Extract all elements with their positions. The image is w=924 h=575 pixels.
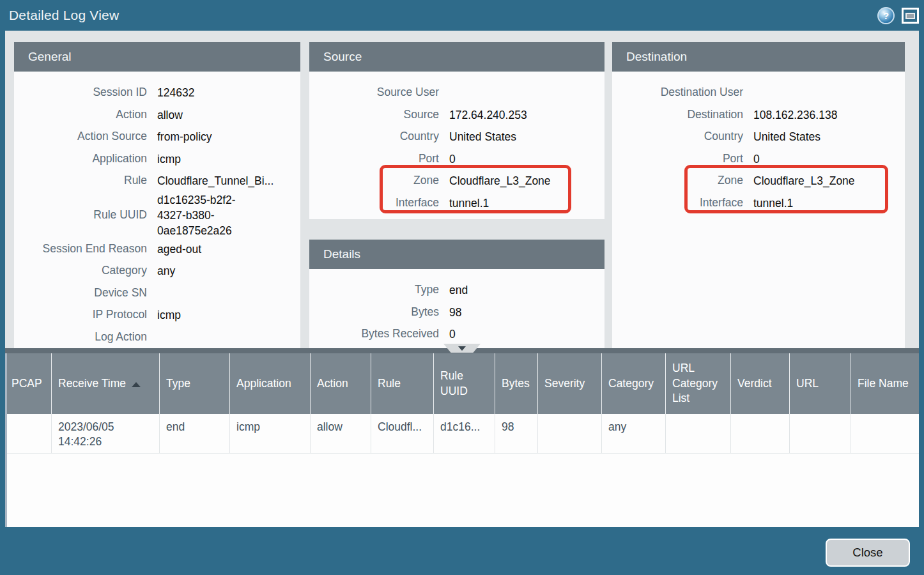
field-row-country: Country United States xyxy=(309,126,604,148)
source-panel-header: Source xyxy=(309,42,604,72)
cell-rule-uuid: d1c16... xyxy=(434,414,495,453)
column-header-file-name[interactable]: File Name xyxy=(851,353,919,414)
general-panel-header: General xyxy=(14,42,300,72)
field-label: Zone xyxy=(612,174,753,188)
field-row-ip-protocol: IP Protocol icmp xyxy=(14,304,300,326)
field-value: Cloudflare_L3_Zone xyxy=(753,173,905,188)
field-value: end xyxy=(449,282,604,298)
field-row-destination-user: Destination User xyxy=(612,82,905,104)
detailed-log-view-dialog: Detailed Log View ? General Session ID 1… xyxy=(0,0,924,575)
log-table: PCAP Receive Time Type Application Actio… xyxy=(5,353,919,454)
help-glyph: ? xyxy=(883,10,889,21)
field-label: Rule UUID xyxy=(14,208,157,222)
field-value: icmp xyxy=(157,151,300,167)
field-row-action-source: Action Source from-policy xyxy=(14,126,300,148)
field-label: Session End Reason xyxy=(14,242,157,256)
field-row-rule: Rule Cloudflare_Tunnel_Bi... xyxy=(14,170,300,192)
panel-details: Details Type end Bytes 98 Bytes Received xyxy=(309,240,604,348)
field-value: United States xyxy=(753,129,905,144)
cell-receive-time: 2023/06/05 14:42:26 xyxy=(52,414,160,453)
column-header-application[interactable]: Application xyxy=(230,353,311,414)
field-row-category: Category any xyxy=(14,260,300,282)
field-label: Interface xyxy=(309,196,449,210)
chevron-down-icon xyxy=(458,346,466,351)
field-label: Bytes Received xyxy=(309,327,449,341)
field-row-port: Port 0 xyxy=(309,148,604,171)
dialog-content: General Session ID 124632 Action allow A… xyxy=(5,31,919,527)
field-label: Interface xyxy=(612,196,753,210)
cell-file-name xyxy=(851,414,919,453)
field-value: 124632 xyxy=(157,85,300,100)
field-value: icmp xyxy=(157,307,300,323)
details-panel-header: Details xyxy=(309,240,604,269)
field-row-interface: Interface tunnel.1 xyxy=(309,192,604,215)
column-header-verdict[interactable]: Verdict xyxy=(731,353,790,414)
field-value: 98 xyxy=(449,305,604,320)
field-label: Zone xyxy=(309,174,449,188)
cell-bytes: 98 xyxy=(495,414,538,453)
field-value: aged-out xyxy=(157,241,300,257)
field-label: Session ID xyxy=(14,86,157,100)
column-header-bytes[interactable]: Bytes xyxy=(495,353,538,414)
window-glyph xyxy=(905,13,915,19)
panels-area: General Session ID 124632 Action allow A… xyxy=(5,31,919,348)
field-row-action: Action allow xyxy=(14,104,300,126)
field-label: Destination xyxy=(612,108,753,122)
column-header-type[interactable]: Type xyxy=(160,353,230,414)
field-label: Port xyxy=(309,152,449,166)
cell-rule: Cloudfl... xyxy=(371,414,434,453)
restore-window-icon[interactable] xyxy=(902,8,919,24)
destination-panel-header: Destination xyxy=(612,42,905,72)
field-label: Bytes xyxy=(309,305,449,319)
destination-panel-body: Destination User Destination 108.162.236… xyxy=(612,72,905,348)
source-column: Source Source User Source 172.64.240.253… xyxy=(309,42,604,348)
source-panel-body: Source User Source 172.64.240.253 Countr… xyxy=(309,72,604,219)
field-row-interface: Interface tunnel.1 xyxy=(612,192,905,215)
column-header-category[interactable]: Category xyxy=(602,353,666,414)
field-label: Device SN xyxy=(14,286,157,300)
general-column: General Session ID 124632 Action allow A… xyxy=(14,42,300,348)
field-label: Source xyxy=(309,108,449,122)
collapse-handle[interactable] xyxy=(443,344,481,353)
details-panel-body: Type end Bytes 98 Bytes Received 0 xyxy=(309,269,604,348)
column-header-severity[interactable]: Severity xyxy=(538,353,602,414)
cell-type: end xyxy=(160,414,230,453)
field-row-rule-uuid: Rule UUID d1c16235-b2f2-4327-b380-0ae187… xyxy=(14,192,300,238)
field-label: Category xyxy=(14,264,157,278)
field-row-bytes: Bytes 98 xyxy=(309,302,604,324)
field-value: 172.64.240.253 xyxy=(449,107,604,123)
field-row-device-sn: Device SN xyxy=(14,282,300,305)
title-bar: Detailed Log View ? xyxy=(0,0,924,31)
titlebar-icons: ? xyxy=(877,0,919,31)
column-header-action[interactable]: Action xyxy=(311,353,371,414)
column-header-pcap[interactable]: PCAP xyxy=(5,353,52,414)
field-value: from-policy xyxy=(157,129,300,144)
field-label: Log Action xyxy=(14,330,157,344)
table-row[interactable]: 2023/06/05 14:42:26 end icmp allow Cloud… xyxy=(5,414,919,454)
field-row-session-id: Session ID 124632 xyxy=(14,82,300,104)
log-table-region: PCAP Receive Time Type Application Actio… xyxy=(5,348,919,527)
column-header-rule-uuid[interactable]: Rule UUID xyxy=(434,353,495,414)
close-button[interactable]: Close xyxy=(826,539,910,567)
help-icon[interactable]: ? xyxy=(877,7,895,24)
cell-url xyxy=(790,414,851,453)
panel-destination: Destination Destination User Destination… xyxy=(612,42,905,348)
field-label: Type xyxy=(309,283,449,297)
field-row-type: Type end xyxy=(309,279,604,302)
column-header-receive-time[interactable]: Receive Time xyxy=(52,353,160,414)
field-label: Action Source xyxy=(14,130,157,144)
column-header-url-category-list[interactable]: URL Category List xyxy=(666,353,731,414)
cell-application: icmp xyxy=(230,414,311,453)
sort-ascending-icon xyxy=(132,382,141,387)
field-row-port: Port 0 xyxy=(612,148,905,171)
column-header-rule[interactable]: Rule xyxy=(371,353,434,414)
splitter-bar[interactable] xyxy=(5,348,919,353)
field-row-source: Source 172.64.240.253 xyxy=(309,104,604,126)
field-label: Rule xyxy=(14,174,157,188)
field-value: any xyxy=(157,263,300,279)
panel-source: Source Source User Source 172.64.240.253… xyxy=(309,42,604,219)
field-row-source-user: Source User xyxy=(309,82,604,104)
cell-url-category-list xyxy=(666,414,731,453)
column-header-url[interactable]: URL xyxy=(790,353,851,414)
field-value: Cloudflare_L3_Zone xyxy=(449,173,604,188)
